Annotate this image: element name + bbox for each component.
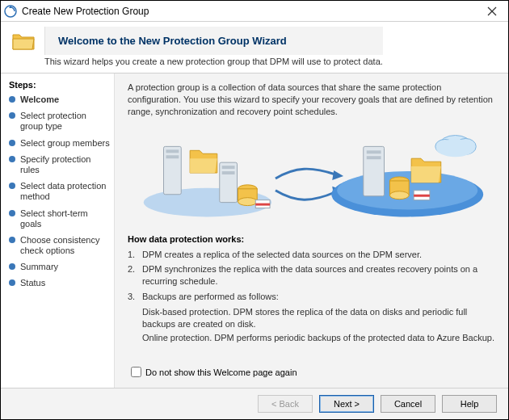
- step-bullet-icon: [9, 96, 15, 103]
- step-bullet-icon: [9, 112, 15, 119]
- help-button[interactable]: Help: [442, 395, 497, 413]
- list-subitem: Disk-based protection. DPM stores the re…: [142, 306, 495, 330]
- app-icon: [4, 5, 17, 18]
- step-welcome[interactable]: Welcome: [9, 94, 111, 105]
- svg-rect-5: [164, 146, 182, 194]
- close-button[interactable]: [476, 1, 508, 21]
- step-label: Specify protection rules: [20, 154, 111, 175]
- list-number: 2.: [128, 263, 142, 288]
- list-number: 3.: [128, 291, 142, 303]
- wizard-footer: < Back Next > Cancel Help: [1, 388, 508, 419]
- svg-rect-22: [367, 156, 381, 159]
- window-title: Create New Protection Group: [22, 6, 476, 17]
- list-item: 2. DPM synchronizes the replica with the…: [128, 263, 495, 288]
- list-text: DPM synchronizes the replica with the da…: [142, 263, 495, 288]
- step-bullet-icon: [9, 237, 15, 243]
- step-select-group-members[interactable]: Select group members: [9, 138, 111, 149]
- list-text: DPM creates a replica of the selected da…: [142, 249, 495, 261]
- svg-rect-15: [255, 203, 270, 205]
- step-select-protection-group-type[interactable]: Select protection group type: [9, 111, 111, 132]
- step-label: Select group members: [20, 138, 110, 149]
- svg-rect-10: [222, 171, 235, 174]
- how-it-works-title: How data protection works:: [128, 234, 495, 244]
- step-label: Summary: [20, 262, 58, 272]
- list-number: 1.: [128, 249, 142, 261]
- step-bullet-icon: [9, 156, 15, 162]
- svg-rect-27: [414, 194, 430, 196]
- step-label: Choose consistency check options: [20, 235, 111, 256]
- step-label: Select short-term goals: [20, 208, 111, 229]
- dont-show-checkbox[interactable]: [131, 367, 141, 377]
- step-bullet-icon: [9, 183, 15, 189]
- illustration: [128, 126, 495, 223]
- step-bullet-icon: [9, 263, 15, 270]
- svg-marker-16: [332, 170, 343, 180]
- step-label: Select protection group type: [20, 111, 111, 132]
- step-bullet-icon: [9, 210, 15, 216]
- svg-rect-21: [367, 150, 381, 153]
- step-choose-consistency-check-options[interactable]: Choose consistency check options: [9, 235, 111, 256]
- list-subitem: Online protection. DPM performs periodic…: [142, 332, 495, 344]
- steps-heading: Steps:: [9, 80, 111, 90]
- step-summary[interactable]: Summary: [9, 262, 111, 272]
- svg-point-31: [436, 139, 474, 157]
- wizard-title: Welcome to the New Protection Group Wiza…: [44, 27, 383, 55]
- titlebar: Create New Protection Group: [1, 1, 508, 22]
- svg-rect-6: [166, 149, 179, 153]
- step-specify-protection-rules[interactable]: Specify protection rules: [9, 154, 111, 175]
- wizard-subtitle: This wizard helps you create a new prote…: [44, 57, 383, 66]
- list-item: 3. Backups are performed as follows:: [128, 291, 495, 303]
- wizard-header: Welcome to the New Protection Group Wiza…: [1, 22, 508, 74]
- main-panel: A protection group is a collection of da…: [114, 74, 508, 388]
- dont-show-label: Do not show this Welcome page again: [145, 368, 297, 377]
- step-bullet-icon: [9, 140, 15, 146]
- step-label: Status: [20, 278, 45, 288]
- svg-point-13: [238, 197, 258, 205]
- step-label: Welcome: [20, 94, 59, 105]
- step-label: Select data protection method: [20, 181, 111, 202]
- back-button: < Back: [258, 395, 313, 413]
- list-item: 1. DPM creates a replica of the selected…: [128, 249, 495, 261]
- cancel-button[interactable]: Cancel: [381, 395, 435, 413]
- step-select-short-term-goals[interactable]: Select short-term goals: [9, 208, 111, 229]
- step-status[interactable]: Status: [9, 278, 111, 288]
- svg-rect-20: [364, 146, 385, 195]
- folder-icon: [11, 28, 36, 54]
- svg-point-25: [389, 191, 409, 199]
- svg-rect-7: [166, 155, 179, 158]
- step-bullet-icon: [9, 279, 15, 286]
- how-it-works-list: 1. DPM creates a replica of the selected…: [128, 249, 495, 346]
- steps-sidebar: Steps: Welcome Select protection group t…: [1, 74, 114, 388]
- intro-text: A protection group is a collection of da…: [128, 82, 495, 118]
- svg-rect-9: [222, 166, 235, 169]
- next-button[interactable]: Next >: [319, 395, 374, 413]
- list-text: Backups are performed as follows:: [142, 291, 495, 303]
- step-select-data-protection-method[interactable]: Select data protection method: [9, 181, 111, 202]
- dont-show-again[interactable]: Do not show this Welcome page again: [128, 364, 495, 380]
- close-icon: [487, 6, 497, 16]
